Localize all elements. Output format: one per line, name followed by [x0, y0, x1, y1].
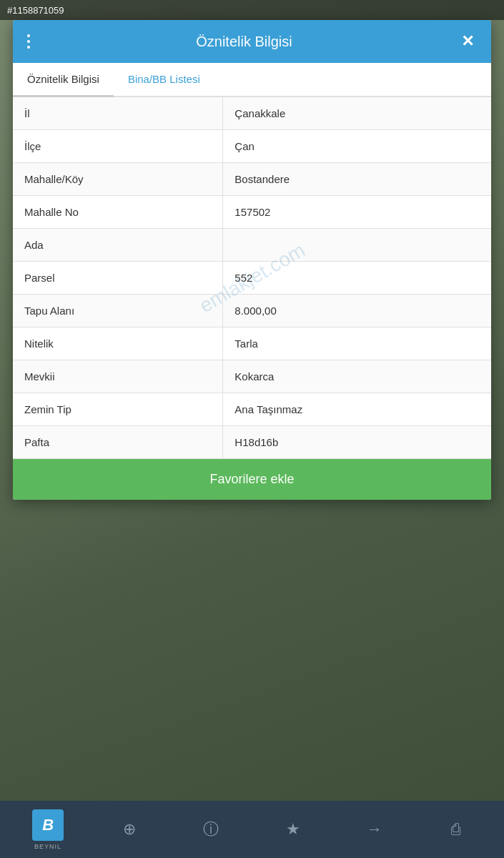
- table-row: Zemin Tip Ana Taşınmaz: [13, 393, 491, 426]
- logo-box: B: [32, 809, 64, 841]
- row-value: Kokarca: [223, 360, 491, 393]
- row-value: H18d16b: [223, 426, 491, 458]
- table-row: Parsel 552: [13, 262, 491, 295]
- row-value: Çanakkale: [223, 97, 491, 129]
- nav-print[interactable]: ⎙: [415, 801, 497, 858]
- nav-location[interactable]: ⊕: [89, 801, 170, 858]
- menu-icon[interactable]: [24, 31, 33, 51]
- row-label: Ada: [13, 229, 223, 261]
- row-label: Mahalle/Köy: [13, 163, 223, 195]
- row-value: 157502: [223, 196, 491, 228]
- row-label: Mevkii: [13, 360, 223, 393]
- favorite-button[interactable]: Favorilere ekle: [13, 459, 491, 500]
- table-row: Mahalle No 157502: [13, 196, 491, 229]
- row-value: Çan: [223, 130, 491, 162]
- table-row: İlçe Çan: [13, 130, 491, 163]
- star-icon: ★: [286, 820, 300, 839]
- row-value: Bostandere: [223, 163, 491, 195]
- arrow-icon: →: [367, 820, 382, 839]
- close-icon[interactable]: ✕: [455, 29, 480, 54]
- row-label: Parsel: [13, 262, 223, 294]
- bottom-nav: B BEYNIL ⊕ ⓘ ★ → ⎙: [0, 801, 504, 858]
- table-row: Mevkii Kokarca: [13, 360, 491, 393]
- row-value: Tarla: [223, 327, 491, 360]
- row-label: Mahalle No: [13, 196, 223, 228]
- table-row: İl Çanakkale: [13, 97, 491, 130]
- info-table: emlakjet.com İl Çanakkale İlçe Çan Mahal…: [13, 97, 491, 459]
- modal-title: Öznitelik Bilgisi: [33, 34, 455, 50]
- table-row: Mahalle/Köy Bostandere: [13, 163, 491, 196]
- logo-text: BEYNIL: [34, 843, 61, 850]
- table-row: Ada: [13, 229, 491, 262]
- nav-star[interactable]: ★: [252, 801, 334, 858]
- tab-oznitelik-bilgisi[interactable]: Öznitelik Bilgisi: [13, 63, 114, 97]
- table-row: Tapu Alanı 8.000,00: [13, 295, 491, 327]
- modal-header: Öznitelik Bilgisi ✕: [13, 20, 491, 63]
- row-label: Pafta: [13, 426, 223, 458]
- nav-logo[interactable]: B BEYNIL: [7, 801, 89, 858]
- row-value: [223, 229, 491, 261]
- row-label: Zemin Tip: [13, 393, 223, 425]
- table-row: Pafta H18d16b: [13, 426, 491, 459]
- row-value: Ana Taşınmaz: [223, 393, 491, 425]
- status-bar: #1158871059: [0, 0, 504, 20]
- row-label: Tapu Alanı: [13, 295, 223, 327]
- row-label: İl: [13, 97, 223, 129]
- location-icon: ⊕: [123, 820, 136, 839]
- row-label: İlçe: [13, 130, 223, 162]
- tabs-bar: Öznitelik Bilgisi Bina/BB Listesi: [13, 63, 491, 97]
- info-icon: ⓘ: [203, 819, 219, 840]
- tab-bina-bb-listesi[interactable]: Bina/BB Listesi: [114, 63, 214, 97]
- table-row: Nitelik Tarla: [13, 327, 491, 360]
- nav-arrow[interactable]: →: [334, 801, 415, 858]
- print-icon: ⎙: [451, 820, 460, 839]
- modal-card: Öznitelik Bilgisi ✕ Öznitelik Bilgisi Bi…: [13, 20, 491, 500]
- row-value: 552: [223, 262, 491, 294]
- status-bar-text: #1158871059: [7, 5, 64, 16]
- nav-info[interactable]: ⓘ: [170, 801, 252, 858]
- row-label: Nitelik: [13, 327, 223, 360]
- row-value: 8.000,00: [223, 295, 491, 327]
